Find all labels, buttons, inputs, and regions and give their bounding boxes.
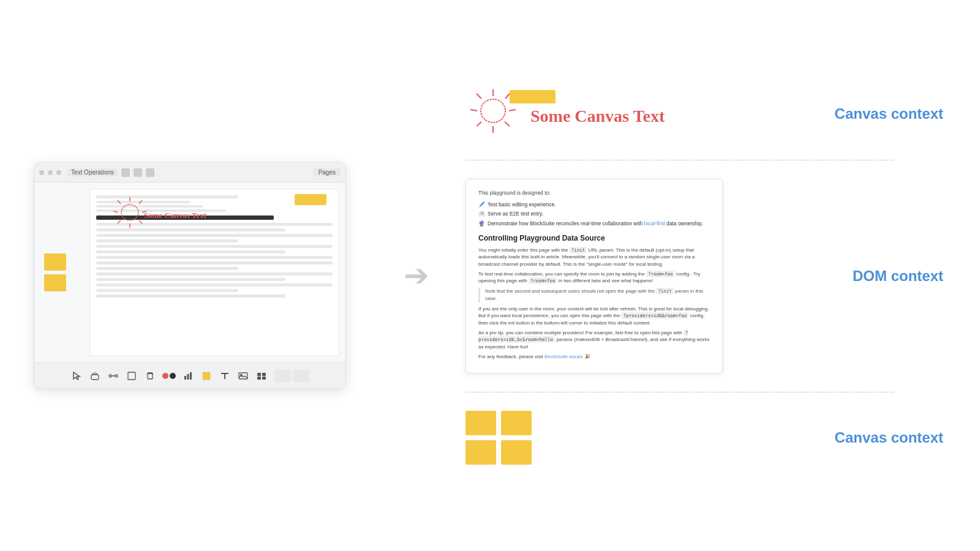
doc-line-15: [96, 294, 285, 298]
canvas-text-editor: Some Canvas Text: [144, 211, 206, 220]
dom-footer: For any feedback, please visit BlockSuit…: [478, 353, 710, 360]
doc-line-5: [96, 239, 238, 242]
sticky-note-2: [44, 274, 66, 291]
yellow-square-2: [501, 411, 532, 435]
svg-line-31: [505, 122, 510, 126]
canvas-text-large: Some Canvas Text: [530, 107, 665, 126]
yellow-grid: [466, 411, 809, 465]
svg-rect-17: [148, 373, 153, 379]
svg-rect-21: [203, 372, 210, 380]
doc-line-7: [96, 250, 285, 253]
dom-bullet-1: 🖊️ Test basic editing experience.: [478, 201, 710, 209]
doc-line-10: [96, 267, 238, 270]
dom-bullet-2: 🖇️ Serve as E2E test entry.: [478, 210, 710, 218]
yellow-square-4: [501, 440, 532, 465]
sticky-note-1: [44, 253, 66, 271]
doc-line-12: [96, 278, 285, 281]
toolbar-operations-label[interactable]: Text Operations: [67, 168, 118, 176]
toolbar-icon-3: [146, 168, 154, 177]
left-panel: Text Operations Pages: [0, 0, 380, 551]
delete-tool[interactable]: [144, 370, 156, 382]
dom-para-4: As a pro tip, you can combine multiple p…: [478, 329, 710, 350]
svg-point-13: [109, 375, 111, 377]
svg-rect-27: [262, 377, 266, 380]
right-arrow-icon: ➔: [404, 258, 429, 293]
doc-line-4: [96, 234, 333, 237]
extra-tool-2[interactable]: [293, 370, 310, 382]
editor-bottom-toolbar: [34, 362, 345, 388]
text-tool[interactable]: [219, 370, 231, 382]
toolbar-pages-label[interactable]: Pages: [314, 168, 341, 176]
sticky-tool[interactable]: [200, 370, 213, 382]
canvas-top-section: Some Canvas Text Canvas context: [466, 68, 943, 160]
editor-toolbar: Text Operations Pages: [34, 163, 345, 182]
editor-window: Text Operations Pages: [34, 162, 346, 389]
canvas-top-content: Some Canvas Text: [466, 86, 809, 141]
svg-rect-19: [187, 374, 189, 380]
canvas-bottom-section: Canvas context: [466, 392, 943, 483]
svg-point-14: [115, 375, 118, 377]
doc-line-13: [96, 283, 333, 287]
canvas-bottom-label: Canvas context: [833, 429, 943, 446]
dom-section: This playground is designed to: 🖊️ Test …: [466, 160, 943, 392]
dom-section-content: This playground is designed to: 🖊️ Test …: [466, 179, 809, 373]
svg-line-1: [139, 200, 142, 204]
dom-para-1: You might initially enter this page with…: [478, 247, 710, 268]
yellow-square-1: [466, 411, 496, 435]
svg-line-7: [118, 200, 121, 204]
toolbar-icon-2: [134, 168, 142, 177]
toolbar-dot-2: [48, 170, 53, 175]
color-red[interactable]: [162, 373, 168, 379]
dom-label: DOM context: [833, 268, 943, 285]
svg-rect-26: [257, 377, 261, 380]
color-picker[interactable]: [162, 373, 176, 379]
svg-line-29: [505, 94, 510, 99]
canvas-top-label: Canvas context: [833, 105, 943, 122]
connect-tool[interactable]: [107, 370, 119, 382]
dom-document: This playground is designed to: 🖊️ Test …: [466, 179, 723, 373]
dom-heading: Controlling Playground Data Source: [478, 233, 710, 244]
svg-rect-24: [257, 373, 261, 376]
dom-para-2: To test real-time collaboration, you can…: [478, 271, 710, 285]
svg-point-36: [481, 99, 505, 122]
svg-rect-16: [128, 372, 135, 380]
sticky-notes-left: [44, 253, 66, 291]
svg-line-30: [509, 110, 516, 111]
doc-line-6: [96, 245, 333, 248]
dom-blockquote: Note that the second and subsequent user…: [478, 288, 710, 302]
dom-intro: This playground is designed to:: [478, 189, 710, 197]
doc-line-9: [96, 261, 333, 264]
extra-tool-1[interactable]: [274, 370, 291, 382]
toolbar-dot-3: [56, 170, 61, 175]
svg-rect-20: [190, 372, 192, 380]
arrow-section: ➔: [380, 0, 453, 551]
doc-line-14: [96, 289, 238, 292]
svg-line-35: [477, 94, 481, 99]
dom-para-3: If you are the only user in the room, yo…: [478, 305, 710, 326]
color-black[interactable]: [170, 373, 176, 379]
canvas-top-visual: Some Canvas Text: [466, 86, 809, 141]
svg-rect-18: [184, 376, 186, 380]
svg-point-8: [121, 204, 138, 220]
image-tool[interactable]: [237, 370, 249, 382]
doc-line-8: [96, 256, 333, 259]
editor-content: Some Canvas Text: [34, 182, 345, 362]
svg-line-5: [118, 220, 121, 223]
doc-line-11: [96, 272, 333, 276]
chart-tool[interactable]: [182, 370, 194, 382]
shape-tool[interactable]: [126, 370, 138, 382]
more-tool[interactable]: [255, 370, 268, 382]
toolbar-dot-1: [39, 170, 44, 175]
editor-doc: Some Canvas Text: [89, 189, 339, 356]
dom-bullet-3: 🔮 Demonstrate how BlockSuite reconciles …: [478, 220, 710, 228]
svg-line-6: [113, 211, 118, 212]
svg-line-3: [139, 220, 142, 223]
hand-tool[interactable]: [89, 370, 101, 382]
select-tool[interactable]: [70, 370, 83, 382]
canvas-yellow-rect-top: [510, 90, 556, 103]
yellow-square-3: [466, 440, 496, 465]
svg-line-33: [477, 122, 481, 126]
svg-rect-9: [91, 375, 99, 380]
svg-rect-25: [262, 373, 266, 376]
right-panel: Some Canvas Text Canvas context This pla…: [453, 0, 980, 551]
